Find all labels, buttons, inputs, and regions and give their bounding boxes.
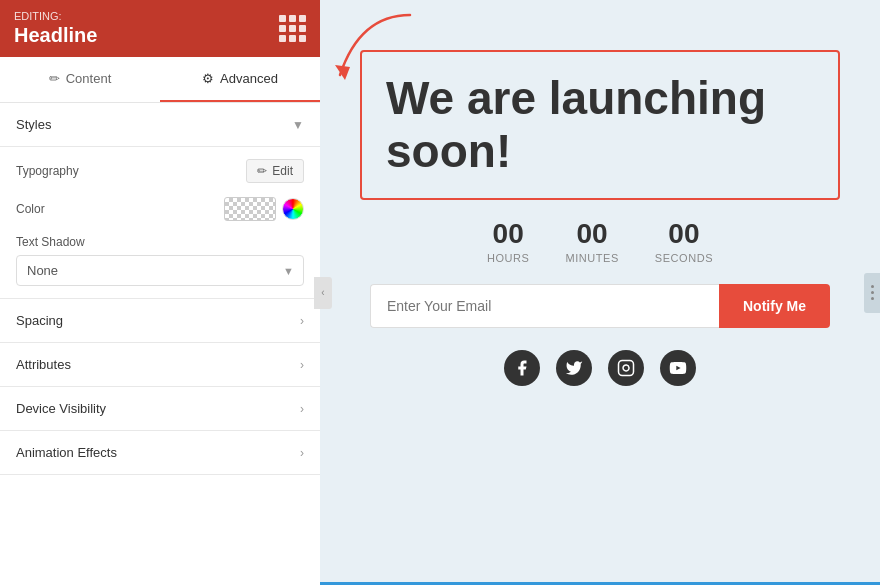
animation-effects-section-header[interactable]: Animation Effects › [0, 431, 320, 475]
spacing-section-header[interactable]: Spacing › [0, 299, 320, 343]
editing-label: EDITING: [14, 10, 97, 22]
tab-content-label: Content [66, 71, 112, 86]
facebook-icon[interactable] [504, 350, 540, 386]
typography-label: Typography [16, 164, 79, 178]
spacing-title: Spacing [16, 313, 63, 328]
grid-drag-icon[interactable] [279, 15, 306, 42]
device-visibility-title: Device Visibility [16, 401, 106, 416]
notify-button[interactable]: Notify Me [719, 284, 830, 328]
editing-header: EDITING: Headline [0, 0, 320, 57]
svg-marker-0 [335, 65, 350, 80]
styles-body: Typography ✏ Edit Color Text Shadow None [0, 147, 320, 299]
text-shadow-label: Text Shadow [16, 235, 304, 249]
minutes-label: MINUTES [565, 252, 618, 264]
headline-box: We are launching soon! [360, 50, 840, 200]
styles-title: Styles [16, 117, 51, 132]
styles-section-header[interactable]: Styles ▼ [0, 103, 320, 147]
tab-content[interactable]: ✏ Content [0, 57, 160, 102]
color-picker-icon[interactable] [282, 198, 304, 220]
editing-title: Headline [14, 24, 97, 46]
color-swatch-container [224, 197, 304, 221]
right-panel: We are launching soon! 00 HOURS 00 MINUT… [320, 0, 880, 585]
social-row [504, 350, 696, 386]
countdown-seconds: 00 SECONDS [655, 218, 713, 264]
animation-effects-chevron: › [300, 446, 304, 460]
youtube-icon[interactable] [660, 350, 696, 386]
hours-label: HOURS [487, 252, 529, 264]
panel-content: Styles ▼ Typography ✏ Edit Color Text Sh… [0, 103, 320, 585]
text-shadow-row: Text Shadow None ▼ [16, 235, 304, 286]
tab-advanced-label: Advanced [220, 71, 278, 86]
color-row: Color [16, 197, 304, 221]
countdown-minutes: 00 MINUTES [565, 218, 618, 264]
email-row: Notify Me [370, 284, 830, 328]
headline-text: We are launching soon! [386, 72, 814, 178]
editing-info: EDITING: Headline [14, 10, 97, 47]
animation-effects-title: Animation Effects [16, 445, 117, 460]
styles-chevron: ▼ [292, 118, 304, 132]
device-visibility-section-header[interactable]: Device Visibility › [0, 387, 320, 431]
color-swatch[interactable] [224, 197, 276, 221]
minutes-value: 00 [565, 218, 618, 250]
hours-value: 00 [487, 218, 529, 250]
seconds-label: SECONDS [655, 252, 713, 264]
color-label: Color [16, 202, 45, 216]
panel-collapse-button[interactable]: ‹ [314, 277, 332, 309]
shadow-select-wrap: None ▼ [16, 255, 304, 286]
attributes-title: Attributes [16, 357, 71, 372]
edit-label: Edit [272, 164, 293, 178]
typography-edit-button[interactable]: ✏ Edit [246, 159, 304, 183]
spacing-chevron: › [300, 314, 304, 328]
attributes-chevron: › [300, 358, 304, 372]
device-visibility-chevron: › [300, 402, 304, 416]
pencil-icon: ✏ [49, 71, 60, 86]
typography-row: Typography ✏ Edit [16, 159, 304, 183]
tabs-bar: ✏ Content ⚙ Advanced [0, 57, 320, 103]
left-panel: EDITING: Headline ✏ Content ⚙ Advanced S… [0, 0, 320, 585]
instagram-icon[interactable] [608, 350, 644, 386]
countdown: 00 HOURS 00 MINUTES 00 SECONDS [487, 218, 713, 264]
handle-dots [871, 285, 874, 300]
svg-rect-1 [619, 360, 634, 375]
pencil-small-icon: ✏ [257, 164, 267, 178]
seconds-value: 00 [655, 218, 713, 250]
email-input[interactable] [370, 284, 719, 328]
tab-advanced[interactable]: ⚙ Advanced [160, 57, 320, 102]
twitter-icon[interactable] [556, 350, 592, 386]
countdown-hours: 00 HOURS [487, 218, 529, 264]
attributes-section-header[interactable]: Attributes › [0, 343, 320, 387]
sliders-icon: ⚙ [202, 71, 214, 86]
shadow-select[interactable]: None [16, 255, 304, 286]
right-edge-handle[interactable] [864, 273, 880, 313]
